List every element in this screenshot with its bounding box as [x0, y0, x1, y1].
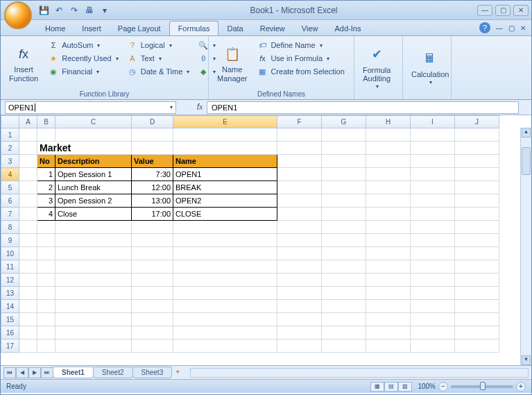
horizontal-scrollbar[interactable] [190, 368, 529, 378]
row-header[interactable]: 7 [1, 208, 19, 221]
prev-sheet-button[interactable]: ◀ [16, 367, 28, 378]
datetime-button[interactable]: ◷Date & Time▾ [124, 65, 193, 78]
recently-used-button[interactable]: ★Recently Used▾ [45, 52, 121, 65]
create-from-selection-button[interactable]: ▦Create from Selection [254, 65, 347, 78]
cell-header-desc[interactable]: Description [55, 155, 132, 168]
row-header[interactable]: 1 [1, 128, 19, 142]
cell[interactable]: OPEN2 [173, 194, 277, 208]
name-manager-button[interactable]: 📋 Name Manager [213, 37, 251, 90]
cell-header-no[interactable]: No [37, 155, 55, 168]
formula-bar[interactable]: OPEN1 [207, 101, 519, 114]
logical-button[interactable]: ?Logical▾ [124, 39, 193, 51]
col-header[interactable]: G [322, 116, 366, 128]
next-sheet-button[interactable]: ▶ [28, 367, 41, 378]
print-icon[interactable]: 🖶 [84, 5, 95, 16]
tab-insert[interactable]: Insert [74, 22, 110, 35]
zoom-knob[interactable] [480, 382, 486, 390]
col-header[interactable]: C [55, 116, 132, 128]
row-header[interactable]: 13 [1, 287, 19, 300]
financial-button[interactable]: ◉Financial▾ [45, 65, 121, 78]
cell[interactable]: Lunch Break [55, 181, 132, 194]
maximize-button[interactable]: ▢ [495, 5, 510, 16]
tab-formulas[interactable]: Formulas [169, 21, 219, 35]
formula-auditing-button[interactable]: ✔︎ Formula Auditing▾ [359, 37, 395, 97]
close-button[interactable]: ✕ [513, 5, 529, 16]
minimize-button[interactable]: — [477, 5, 492, 16]
zoom-level[interactable]: 100% [418, 383, 436, 390]
row-header[interactable]: 4 [1, 168, 19, 181]
row-header[interactable]: 11 [1, 260, 19, 274]
namebox-dropdown-icon[interactable]: ▾ [170, 104, 173, 110]
use-in-formula-button[interactable]: fxUse in Formula▾ [254, 52, 347, 65]
office-button[interactable] [4, 1, 32, 29]
active-cell[interactable]: OPEN1 [173, 168, 277, 181]
spreadsheet-grid[interactable]: A B C D E F G H I J 1 2Market 3 No Descr… [1, 115, 499, 353]
cell[interactable]: 3 [37, 194, 55, 208]
col-header[interactable]: D [132, 116, 173, 128]
tab-data[interactable]: Data [218, 22, 251, 35]
worksheet-area[interactable]: A B C D E F G H I J 1 2Market 3 No Descr… [1, 115, 531, 365]
row-header[interactable]: 5 [1, 181, 19, 194]
col-header[interactable]: J [455, 116, 499, 128]
cell-title[interactable]: Market [37, 142, 132, 155]
help-icon[interactable]: ? [479, 22, 490, 33]
sheet-tab-1[interactable]: Sheet1 [53, 367, 94, 378]
row-header[interactable]: 14 [1, 300, 19, 313]
mdi-minimize-icon[interactable]: — [496, 24, 503, 32]
col-header[interactable]: A [19, 116, 37, 128]
sheet-tab-3[interactable]: Sheet3 [132, 367, 173, 378]
sheet-tab-2[interactable]: Sheet2 [93, 367, 133, 378]
vertical-scrollbar[interactable]: ▲ ▼ [520, 128, 531, 365]
autosum-button[interactable]: ΣAutoSum▾ [45, 39, 121, 51]
cell[interactable]: 2 [37, 181, 55, 194]
mdi-restore-icon[interactable]: ▢ [508, 24, 515, 32]
first-sheet-button[interactable]: ⏮ [3, 367, 16, 378]
col-header[interactable]: I [411, 116, 455, 128]
zoom-out-button[interactable]: − [438, 382, 448, 392]
row-header[interactable]: 8 [1, 221, 19, 234]
row-header[interactable]: 10 [1, 247, 19, 260]
tab-addins[interactable]: Add-Ins [326, 22, 369, 35]
scroll-down-icon[interactable]: ▼ [522, 355, 531, 365]
cell[interactable]: Open Session 1 [55, 168, 132, 181]
new-sheet-icon[interactable]: ✦ [175, 368, 187, 378]
qat-dropdown-icon[interactable]: ▾ [99, 5, 110, 16]
name-box[interactable]: OPEN1▾ [5, 101, 176, 114]
col-header[interactable]: H [366, 116, 411, 128]
cell[interactable]: CLOSE [173, 208, 277, 221]
row-header[interactable]: 3 [1, 155, 19, 168]
row-header[interactable]: 2 [1, 142, 19, 155]
col-header[interactable]: E [173, 116, 277, 128]
scroll-thumb[interactable] [522, 147, 531, 175]
col-header[interactable]: B [37, 116, 55, 128]
define-name-button[interactable]: 🏷Define Name▾ [254, 39, 347, 51]
tab-review[interactable]: Review [252, 22, 293, 35]
cell[interactable]: 13:00 [132, 194, 173, 208]
zoom-slider[interactable] [451, 385, 513, 388]
cell[interactable]: BREAK [173, 181, 277, 194]
cell[interactable]: 12:00 [132, 181, 173, 194]
cell[interactable]: 17:00 [132, 208, 173, 221]
cell[interactable]: Open Session 2 [55, 194, 132, 208]
row-header[interactable]: 12 [1, 274, 19, 287]
text-button[interactable]: AText▾ [124, 52, 193, 65]
tab-pagelayout[interactable]: Page Layout [110, 22, 169, 35]
select-all-corner[interactable] [1, 116, 19, 128]
row-header[interactable]: 9 [1, 234, 19, 247]
cell[interactable]: Close [55, 208, 132, 221]
cell-header-value[interactable]: Value [132, 155, 173, 168]
scroll-up-icon[interactable]: ▲ [522, 128, 531, 137]
fx-button[interactable]: fx [193, 102, 207, 112]
undo-icon[interactable]: ↶ [53, 5, 65, 16]
cell[interactable]: 7:30 [132, 168, 173, 181]
zoom-in-button[interactable]: + [516, 382, 526, 392]
save-icon[interactable]: 💾 [38, 5, 49, 16]
tab-home[interactable]: Home [37, 22, 74, 35]
row-header[interactable]: 6 [1, 194, 19, 208]
cell[interactable]: 1 [37, 168, 55, 181]
cell[interactable]: 4 [37, 208, 55, 221]
last-sheet-button[interactable]: ⏭ [41, 367, 53, 378]
insert-function-button[interactable]: fx Insert Function [5, 37, 42, 90]
tab-view[interactable]: View [293, 22, 327, 35]
row-header[interactable]: 15 [1, 313, 19, 326]
